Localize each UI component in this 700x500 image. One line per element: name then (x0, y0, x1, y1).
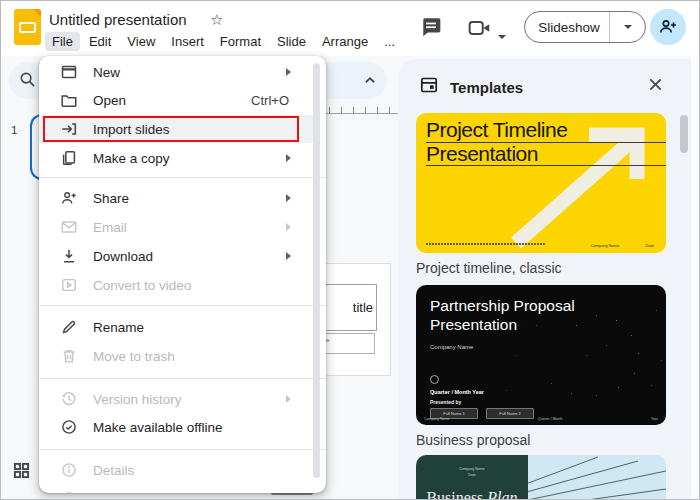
menu-item-details: Details (39, 456, 313, 484)
meet-camera-icon[interactable] (468, 17, 492, 43)
copy-icon (60, 149, 78, 167)
card2-presented-by: Presented by (430, 399, 461, 405)
card2-clock-icon (430, 375, 439, 384)
menu-item-new[interactable]: New (39, 58, 313, 86)
menu-edit[interactable]: Edit (82, 32, 118, 51)
menu-item-download[interactable]: Download (39, 242, 313, 270)
template-card-project-timeline[interactable]: Project Timeline Presentation Company Na… (416, 113, 666, 253)
slideshow-dropdown-button[interactable] (609, 12, 645, 42)
comments-icon[interactable] (420, 16, 442, 42)
download-icon (60, 247, 78, 265)
template-caption-project-timeline: Project timeline, classic (416, 260, 562, 276)
menu-slide[interactable]: Slide (270, 32, 313, 51)
menu-item-import-slides[interactable]: Import slides (39, 115, 313, 143)
folder-open-icon (60, 91, 78, 109)
menu-view[interactable]: View (120, 32, 162, 51)
menu-item-convert-to-video: Convert to video (39, 271, 313, 299)
menu-item-share[interactable]: Share (39, 184, 313, 212)
card1-footer-company: Company Name (591, 243, 620, 248)
logo-fold (33, 9, 41, 17)
slides-logo-icon[interactable] (14, 9, 41, 45)
card3-date: Date (416, 473, 528, 479)
panel-scrollbar-thumb[interactable] (680, 115, 688, 153)
submenu-arrow-icon (286, 154, 291, 162)
submenu-arrow-icon (286, 68, 291, 76)
menu-item-version-history: Version history (39, 385, 313, 413)
card1-micro-text (426, 243, 546, 245)
menu-divider (39, 378, 326, 379)
menu-scrollbar-thumb[interactable] (313, 63, 320, 478)
card2-heading-line2: Presentation (430, 315, 575, 334)
card3-heading: Business Plan (416, 489, 528, 500)
card1-footer-date: Date (646, 243, 654, 248)
card2-quarter: Quarter / Month Year (430, 389, 484, 395)
shortcut-label: Ctrl+O (251, 93, 289, 108)
fan-lines-graphic (528, 455, 666, 500)
particle-decoration (566, 345, 567, 346)
card2-company: Company Name (430, 344, 473, 350)
card2-footer-right: Year (651, 417, 658, 421)
menu-bar: File Edit View Insert Format Slide Arran… (45, 32, 402, 51)
partial-icon (60, 490, 78, 493)
info-icon (60, 461, 78, 479)
template-card-business-plan[interactable]: Company Name Date Business Plan (416, 455, 666, 500)
slideshow-split-button: Slideshow (524, 11, 646, 43)
card2-heading-line1: Partnership Proposal (430, 296, 575, 315)
menu-item-make-a-copy[interactable]: Make a copy (39, 144, 313, 172)
camera-dropdown-caret[interactable] (498, 25, 506, 43)
menu-divider (39, 449, 326, 450)
menu-format[interactable]: Format (213, 32, 268, 51)
submenu-arrow-icon (286, 194, 291, 202)
menu-item-email: Email (39, 213, 313, 241)
menu-item-open[interactable]: Open Ctrl+O (39, 86, 313, 114)
menu-arrange[interactable]: Arrange (315, 32, 375, 51)
window-right-strip (691, 56, 700, 500)
convert-to-video-icon (60, 276, 78, 294)
close-templates-icon[interactable] (646, 75, 665, 98)
templates-panel: Templates Project Timeline Presentation … (399, 59, 691, 500)
menu-item-rename[interactable]: Rename (39, 313, 313, 341)
header: Untitled presentation ☆ File Edit View I… (1, 1, 700, 56)
share-button[interactable] (650, 9, 686, 45)
card1-heading-line1: Project Timeline (426, 119, 666, 143)
menu-item-partial (39, 485, 313, 493)
template-caption-business-proposal: Business proposal (416, 432, 530, 448)
logo-inner-rect (19, 22, 36, 33)
google-slides-window: Untitled presentation ☆ File Edit View I… (0, 0, 700, 500)
share-person-add-icon (60, 189, 78, 207)
version-history-icon (60, 390, 78, 408)
email-icon (60, 218, 78, 236)
trash-icon (60, 347, 78, 365)
card1-heading-line2: Presentation (426, 143, 666, 167)
submenu-arrow-icon (286, 252, 291, 260)
templates-icon (419, 75, 439, 99)
file-menu-dropdown: New Open Ctrl+O Import slides Make a cop… (39, 56, 326, 493)
card2-footer-left: Company Name (424, 417, 449, 421)
menu-file[interactable]: File (45, 32, 80, 51)
submenu-arrow-icon (286, 395, 291, 403)
submenu-arrow-icon (286, 223, 291, 231)
menu-overflow[interactable]: ... (377, 32, 402, 51)
menu-item-move-to-trash: Move to trash (39, 342, 313, 370)
new-presentation-icon (60, 63, 78, 81)
menu-divider (39, 305, 326, 306)
menu-insert[interactable]: Insert (164, 32, 211, 51)
card2-footer-center: Quarter / Month (538, 417, 563, 421)
red-highlight-box (43, 116, 299, 142)
star-icon[interactable]: ☆ (210, 11, 223, 29)
template-card-business-proposal[interactable]: Partnership Proposal Presentation Compan… (416, 285, 666, 425)
rename-pencil-icon (60, 318, 78, 336)
menu-divider (39, 177, 326, 178)
offline-check-icon (60, 418, 78, 436)
slideshow-button[interactable]: Slideshow (525, 20, 609, 35)
menu-item-make-available-offline[interactable]: Make available offline (39, 413, 313, 441)
templates-panel-title: Templates (450, 79, 523, 96)
document-title[interactable]: Untitled presentation (49, 11, 187, 28)
